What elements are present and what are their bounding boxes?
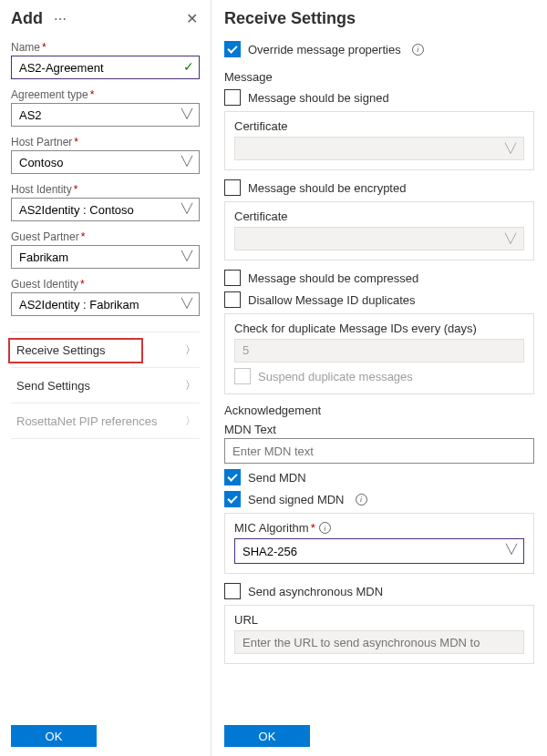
name-label: Name — [11, 41, 40, 54]
override-label: Override message properties — [248, 43, 401, 56]
host-partner-select[interactable]: Contoso — [11, 150, 200, 174]
name-input[interactable] — [11, 56, 200, 79]
send-mdn-checkbox[interactable] — [224, 469, 241, 485]
send-signed-mdn-label: Send signed MDN — [248, 493, 345, 506]
mic-label: MIC Algorithm — [234, 521, 309, 535]
url-label: URL — [234, 613, 524, 627]
send-signed-mdn-checkbox[interactable] — [224, 491, 241, 507]
mic-box: MIC Algorithm * i SHA2-256 ╲╱ — [224, 513, 534, 574]
check-dup-label: Check for duplicate Message IDs every (d… — [234, 322, 524, 335]
info-icon[interactable]: i — [319, 522, 331, 534]
ack-section-title: Acknowledgement — [224, 404, 534, 417]
encrypted-checkbox[interactable] — [224, 179, 241, 196]
receive-settings-panel: Receive Settings Override message proper… — [212, 0, 547, 756]
info-icon[interactable]: i — [356, 494, 367, 506]
required-star: * — [74, 136, 78, 148]
chevron-right-icon: 〉 — [185, 378, 196, 393]
receive-settings-title: Receive Settings — [224, 9, 356, 28]
encrypted-cert-select: ╲╱ — [234, 227, 524, 250]
more-icon[interactable]: ⋯ — [52, 11, 68, 27]
guest-partner-field: Guest Partner* Fabrikam ╲╱ — [11, 230, 200, 269]
guest-partner-label: Guest Partner — [11, 230, 79, 243]
nav-receive-settings[interactable]: Receive Settings 〉 — [11, 332, 200, 368]
info-icon[interactable]: i — [412, 44, 424, 56]
override-checkbox[interactable] — [224, 41, 241, 57]
required-star: * — [80, 278, 85, 291]
disallow-dup-label: Disallow Message ID duplicates — [248, 293, 416, 307]
host-partner-field: Host Partner* Contoso ╲╱ — [11, 136, 200, 174]
certificate-label: Certificate — [234, 209, 524, 223]
suspend-dup-checkbox — [234, 368, 251, 384]
mic-algorithm-select[interactable]: SHA2-256 — [234, 538, 524, 564]
dup-check-box: Check for duplicate Message IDs every (d… — [224, 313, 534, 394]
disallow-dup-checkbox[interactable] — [224, 291, 241, 308]
required-star: * — [311, 521, 315, 535]
guest-identity-select[interactable]: AS2Identity : Fabrikam — [11, 292, 200, 316]
compressed-label: Message should be compressed — [248, 271, 418, 285]
host-identity-label: Host Identity — [11, 183, 72, 196]
send-async-checkbox[interactable] — [224, 583, 241, 599]
required-star: * — [81, 230, 86, 243]
nav-receive-label: Receive Settings — [13, 343, 106, 357]
host-identity-select[interactable]: AS2Identity : Contoso — [11, 198, 200, 221]
encrypted-cert-box: Certificate ╲╱ — [224, 201, 534, 261]
ok-button-left[interactable]: OK — [11, 725, 97, 747]
url-input — [234, 630, 524, 654]
signed-label: Message should be signed — [248, 91, 389, 105]
encrypted-label: Message should be encrypted — [248, 181, 406, 195]
suspend-dup-label: Suspend duplicate messages — [258, 370, 413, 383]
add-panel: Add ⋯ ✕ Name* ✓ Agreement type* AS2 ╲╱ H… — [0, 0, 212, 756]
required-star: * — [90, 88, 95, 101]
mdn-text-label: MDN Text — [224, 423, 534, 436]
check-dup-value: 5 — [234, 339, 524, 363]
signed-cert-select: ╲╱ — [234, 137, 524, 160]
compressed-checkbox[interactable] — [224, 270, 241, 286]
agreement-type-label: Agreement type — [11, 88, 88, 101]
chevron-down-icon: ╲╱ — [505, 233, 516, 243]
nav-send-settings[interactable]: Send Settings 〉 — [11, 367, 200, 404]
close-icon[interactable]: ✕ — [183, 11, 200, 27]
signed-checkbox[interactable] — [224, 89, 241, 106]
guest-identity-field: Guest Identity* AS2Identity : Fabrikam ╲… — [11, 278, 200, 316]
guest-identity-label: Guest Identity — [11, 278, 78, 291]
nav-rosetta-label: RosettaNet PIP references — [13, 414, 157, 428]
valid-check-icon: ✓ — [183, 59, 194, 74]
agreement-type-select[interactable]: AS2 — [11, 103, 200, 127]
certificate-label: Certificate — [234, 119, 524, 133]
guest-partner-select[interactable]: Fabrikam — [11, 245, 200, 269]
host-partner-label: Host Partner — [11, 136, 72, 148]
chevron-right-icon: 〉 — [185, 342, 196, 358]
chevron-right-icon: 〉 — [185, 414, 196, 429]
send-async-label: Send asynchronous MDN — [248, 585, 383, 598]
required-star: * — [74, 183, 78, 196]
host-identity-field: Host Identity* AS2Identity : Contoso ╲╱ — [11, 183, 200, 221]
signed-cert-box: Certificate ╲╱ — [224, 111, 534, 170]
url-box: URL — [224, 605, 534, 664]
name-field: Name* ✓ — [11, 41, 200, 79]
required-star: * — [42, 41, 46, 54]
ok-button-right[interactable]: OK — [224, 725, 310, 747]
add-title: Add — [11, 9, 43, 28]
send-mdn-label: Send MDN — [248, 471, 306, 485]
nav-rosettanet: RosettaNet PIP references 〉 — [11, 403, 200, 439]
chevron-down-icon: ╲╱ — [505, 143, 516, 153]
mdn-text-input[interactable] — [224, 438, 534, 464]
nav-send-label: Send Settings — [13, 379, 90, 393]
agreement-type-field: Agreement type* AS2 ╲╱ — [11, 88, 200, 127]
message-section-title: Message — [224, 70, 534, 84]
